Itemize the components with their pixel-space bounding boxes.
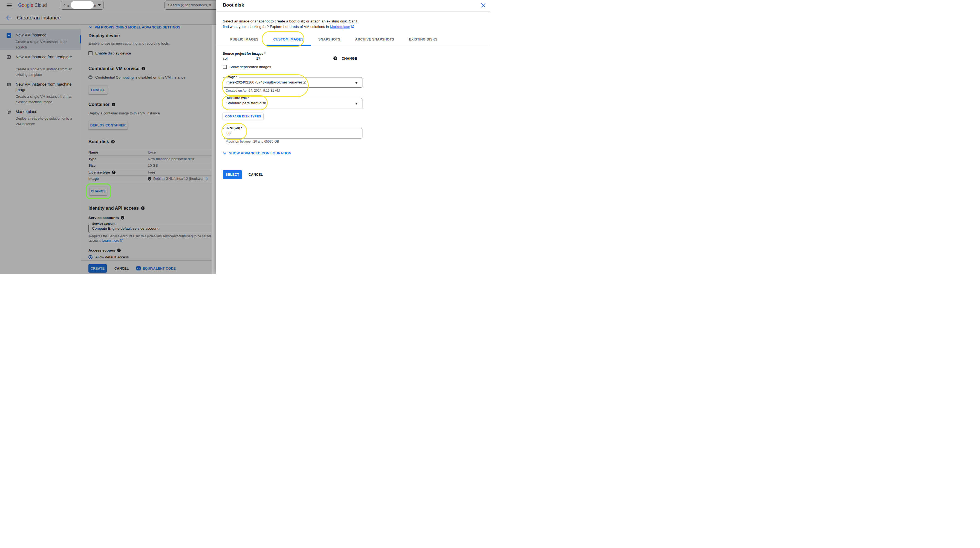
external-link-icon: [120, 239, 123, 242]
confidential-status-text: Confidential Computing is disabled on th…: [95, 75, 185, 79]
image-select[interactable]: Image * rhel9-20240216075746-multi-voltm…: [223, 77, 363, 87]
row-label: Type: [88, 157, 148, 161]
source-project-value-end: 17: [256, 56, 260, 60]
dropdown-caret-icon: [355, 82, 358, 84]
project-caret-icon: [98, 5, 101, 6]
boot-disk-spec-table: Name f5-ce Type New balanced persistent …: [88, 149, 212, 182]
enable-display-device-checkbox[interactable]: [88, 51, 92, 55]
page-title: Create an instance: [17, 15, 61, 21]
learn-more-link[interactable]: Learn more: [102, 239, 119, 243]
source-project-label: Source project for images *: [223, 52, 266, 56]
chevron-down-icon: [223, 152, 226, 155]
tab-custom-images[interactable]: CUSTOM IMAGES: [266, 33, 311, 46]
display-device-desc: Enable to use screen capturing and recor…: [88, 41, 170, 45]
project-name-redaction: [71, 1, 94, 9]
external-link-icon: [351, 25, 354, 28]
table-row: Type New balanced persistent disk: [88, 156, 212, 162]
hamburger-menu-icon[interactable]: [6, 3, 12, 7]
vm-provisioning-advanced-settings-expander[interactable]: VM PROVISIONING MODEL ADVANCED SETTINGS: [89, 25, 180, 29]
dialog-close-icon[interactable]: [481, 3, 485, 9]
sidebar-item-title: New VM instance: [16, 32, 75, 38]
enable-button[interactable]: ENABLE: [88, 86, 108, 94]
sidebar-item-title: Marketplace: [16, 109, 75, 114]
help-icon[interactable]: ?: [111, 140, 115, 143]
disk-type-field-label: Boot disk type *: [225, 96, 251, 99]
row-value: New balanced persistent disk: [148, 157, 194, 161]
change-source-project-button[interactable]: CHANGE: [342, 57, 357, 60]
code-icon: <>: [136, 266, 141, 270]
tab-snapshots[interactable]: SNAPSHOTS: [311, 33, 348, 46]
helper-prefix: account.: [89, 239, 102, 243]
display-device-heading: Display device: [88, 33, 120, 38]
help-icon[interactable]: ?: [117, 249, 121, 252]
show-advanced-configuration-expander[interactable]: SHOW ADVANCED CONFIGURATION: [223, 151, 291, 155]
table-row: Size 10 GB: [88, 162, 212, 168]
sidebar-item-desc: Create a single VM instance from an exis…: [16, 94, 75, 105]
show-deprecated-label: Show deprecated images: [229, 65, 271, 69]
boot-disk-title: Boot disk: [88, 139, 109, 144]
marketplace-link[interactable]: Marketplace: [330, 25, 350, 29]
tab-archive-snapshots[interactable]: ARCHIVE SNAPSHOTS: [348, 33, 402, 46]
template-icon: [6, 55, 11, 60]
dropdown-caret-icon: [355, 103, 358, 105]
help-icon[interactable]: ?: [112, 170, 116, 174]
compare-disk-types-button[interactable]: COMPARE DISK TYPES: [223, 113, 263, 120]
footer-actions: CREATE CANCEL <> EQUIVALENT CODE: [88, 264, 176, 273]
show-deprecated-checkbox[interactable]: [223, 65, 227, 69]
container-desc: Deploy a container image to this VM inst…: [88, 111, 160, 115]
equivalent-code-button[interactable]: <> EQUIVALENT CODE: [136, 266, 175, 270]
size-field-label: Size (GB) *: [225, 126, 243, 129]
boot-disk-type-select[interactable]: Boot disk type * Standard persistent dis…: [223, 98, 363, 108]
help-icon[interactable]: ?: [142, 67, 145, 70]
dialog-tabs: PUBLIC IMAGES CUSTOM IMAGES SNAPSHOTS AR…: [216, 33, 490, 46]
row-label: License type ?: [88, 170, 148, 174]
dialog-title: Boot disk: [223, 2, 244, 8]
project-grid-icon: [64, 3, 65, 7]
deploy-container-button[interactable]: DEPLOY CONTAINER: [88, 121, 127, 129]
project-name-prefix: s: [67, 3, 69, 7]
size-input[interactable]: Size (GB) * 80: [223, 128, 363, 138]
table-row: License type ? Free: [88, 169, 212, 175]
change-boot-disk-button[interactable]: CHANGE: [89, 187, 107, 195]
identity-title: Identity and API access: [88, 206, 139, 211]
create-button[interactable]: CREATE: [88, 264, 107, 273]
sidebar-scrollbar-thumb[interactable]: [80, 35, 81, 43]
service-account-select[interactable]: Service account Compute Engine default s…: [88, 224, 212, 233]
back-arrow-icon[interactable]: [6, 16, 11, 21]
allow-default-access-radio[interactable]: [88, 255, 92, 259]
show-deprecated-row: Show deprecated images: [223, 65, 271, 69]
row-label: Image: [88, 176, 148, 181]
row-label: Name: [88, 150, 148, 154]
sidebar-item-desc: Deploy a ready-to-go solution onto a VM …: [16, 116, 75, 127]
row-value: Free: [148, 170, 155, 174]
boot-disk-heading: Boot disk ?: [88, 139, 115, 144]
tab-public-images[interactable]: PUBLIC IMAGES: [223, 33, 266, 46]
service-accounts-text: Service accounts: [88, 216, 119, 220]
container-heading: Container ?: [88, 102, 115, 107]
page-header: Create an instance: [0, 11, 216, 25]
tab-existing-disks[interactable]: EXISTING DISKS: [402, 33, 445, 46]
image-value-text: Debian GNU/Linux 12 (bookworm): [153, 176, 208, 181]
create-instance-sidebar: + New VM instance Create a single VM ins…: [0, 25, 81, 274]
machine-image-icon: [6, 83, 11, 88]
help-icon[interactable]: ?: [141, 206, 145, 210]
radio-label: Allow default access: [95, 255, 129, 259]
dialog-cancel-button[interactable]: CANCEL: [248, 173, 263, 176]
chevron-down-icon: [89, 26, 92, 29]
service-account-helper: Requires the Service Account User role (…: [89, 234, 211, 238]
google-cloud-logo: Google Cloud: [18, 2, 47, 8]
sidebar-item-title: New VM instance from template: [16, 54, 75, 60]
confidential-vm-title: Confidential VM service: [88, 66, 139, 71]
source-project-value-start: sol: [223, 56, 228, 60]
boot-disk-dialog: Boot disk Select an image or snapshot to…: [216, 0, 490, 274]
main-scrollbar-track[interactable]: [212, 25, 216, 274]
row-value: 10 GB: [148, 164, 158, 168]
help-icon[interactable]: ?: [121, 216, 124, 219]
select-button[interactable]: SELECT: [223, 170, 242, 179]
help-icon[interactable]: ?: [112, 103, 115, 106]
table-row: Name f5-ce: [88, 149, 212, 156]
help-icon[interactable]: ?: [333, 56, 337, 60]
expander-label: VM PROVISIONING MODEL ADVANCED SETTINGS: [95, 25, 180, 29]
new-vm-icon: +: [6, 33, 11, 38]
cancel-button[interactable]: CANCEL: [115, 267, 129, 270]
